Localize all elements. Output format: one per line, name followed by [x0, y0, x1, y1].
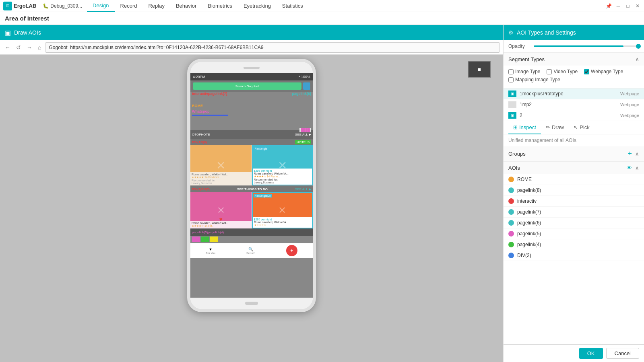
tab-inspect[interactable]: ⊞ Inspect — [508, 121, 541, 134]
pin-button[interactable]: 📌 — [605, 3, 612, 9]
checkbox-video-type[interactable]: Video Type — [547, 69, 578, 74]
x-mark-4: ✕ — [278, 205, 286, 216]
aoi-eye-interactiv — [508, 198, 514, 204]
nav-eyetracking[interactable]: Eyetracking — [238, 0, 277, 12]
aoi-item-pagelink8[interactable]: pagelink(8) — [504, 185, 644, 196]
hotel-info-4: $295 per night Rome cavalieri, Waldorf A… — [253, 217, 312, 228]
minimize-button[interactable]: ─ — [615, 3, 621, 9]
hotel-stars-3: ★★★★☆ 14 Re... — [192, 224, 250, 228]
draw-aois-bar: ▣ Draw AOIs — [0, 25, 503, 40]
checkbox-mapping-image[interactable]: Mapping Image Type — [508, 77, 560, 82]
bottom-links-bar: pagelink(5)pagelink(4) — [190, 228, 313, 236]
phone-home-bar — [245, 302, 258, 305]
aois-title: AOIs — [508, 165, 520, 171]
hotel-name-2: Rome cavalieri, Waldorf A... — [254, 172, 311, 175]
back-button[interactable]: ← — [3, 43, 12, 51]
checkbox-image-type[interactable]: Image Type — [508, 69, 540, 74]
main-nav: Design Record Replay Behavior Biometrics… — [87, 0, 309, 12]
groups-actions: + ∧ — [627, 150, 639, 158]
nav-design[interactable]: Design — [87, 0, 114, 12]
phone-bottom — [190, 298, 313, 309]
x-mark-1: ✕ — [216, 159, 225, 172]
close-button[interactable]: ✕ — [634, 3, 641, 9]
nav-behavior[interactable]: Behavior — [170, 0, 202, 12]
image-type-checkbox[interactable] — [508, 69, 514, 74]
nav-replay[interactable]: Replay — [142, 0, 170, 12]
aoi-item-pagelink6[interactable]: pagelink(6) — [504, 218, 644, 228]
info-text: Unified management of all AOIs. — [504, 134, 644, 146]
section-header-top: OTOPHOTE SEE ALL ▶ — [190, 130, 313, 139]
hotel-price-2: $295 per night — [254, 169, 311, 172]
aois-actions: 👁 ∧ — [627, 165, 639, 171]
cancel-button[interactable]: Cancel — [606, 348, 639, 359]
video-icon: ⏹ — [477, 67, 481, 72]
color-box-green — [201, 237, 209, 242]
footer-bar: OK Cancel — [504, 344, 644, 362]
refresh-button[interactable]: ↺ — [14, 43, 23, 51]
aoi-seeall-bar: ████ — [299, 128, 311, 132]
maximize-button[interactable]: □ — [625, 3, 631, 9]
collapse-aois-button[interactable]: ∧ — [635, 165, 639, 171]
collapse-groups-button[interactable]: ∧ — [635, 151, 639, 157]
aoi-name-div2: DIV(2) — [517, 253, 639, 258]
aoi-eye-rome — [508, 177, 514, 182]
nav-record[interactable]: Record — [115, 0, 143, 12]
tab-draw[interactable]: ✏ Draw — [541, 121, 569, 134]
add-group-button[interactable]: + — [627, 150, 632, 158]
aoi-name-interactiv: interactiv — [517, 198, 639, 204]
video-thumbnail[interactable]: ⏹ — [468, 61, 491, 78]
segment-types-content: Image Type Video Type Webpage Type Mappi… — [504, 66, 644, 88]
hotel-tags-1: Luxury,Business — [192, 182, 250, 185]
nav-biometrics[interactable]: Biometrics — [202, 0, 238, 12]
source-list: ▣ 1mockplusPrototype Webpage 1mp2 Webpag… — [504, 88, 644, 121]
groups-title: Groups — [508, 151, 526, 157]
draw-icon: ✏ — [546, 124, 550, 130]
nav-statistics[interactable]: Statistics — [277, 0, 309, 12]
x-mark-3: ✕ — [217, 205, 225, 216]
source-icon-1: ▣ — [508, 90, 516, 97]
aois-header: AOIs 👁 ∧ — [504, 162, 644, 174]
canvas-viewport[interactable]: ⏹ 4:20PM * 100% — [0, 55, 503, 362]
nav-foryou[interactable]: ♥ For You — [206, 247, 215, 255]
hotel-card-1: ✕ Rome cavalieri, Waldorf Ast... ★★★★★ 1… — [190, 145, 252, 185]
ok-button[interactable]: OK — [579, 348, 603, 359]
aoi-item-pagelink4[interactable]: pagelink(4) — [504, 239, 644, 250]
search-field: Search Gogobot — [193, 82, 301, 90]
url-input[interactable] — [45, 42, 500, 53]
hotel-name-1: Rome cavalieri, Waldorf Ast... — [192, 173, 250, 176]
source-icon-2 — [508, 101, 516, 108]
segment-types-header[interactable]: Segment Types ∧ — [504, 53, 644, 66]
aoi-item-interactiv[interactable]: interactiv — [504, 196, 644, 207]
video-type-checkbox[interactable] — [547, 69, 552, 74]
opacity-label: Opacity — [508, 43, 530, 49]
aoi-item-rome[interactable]: ROME — [504, 174, 644, 185]
opacity-slider[interactable] — [534, 45, 639, 47]
panel-title: AOI Types and Settings — [517, 29, 576, 36]
seeall-label-top: SEE ALL ▶ — [295, 133, 311, 136]
aoi-name-pagelink5: pagelink(5) — [517, 231, 639, 237]
aoi-item-pagelink7[interactable]: pagelink(7) — [504, 207, 644, 218]
opacity-thumb[interactable] — [636, 44, 641, 49]
home-button[interactable]: ⌂ — [36, 43, 43, 51]
source-item-1mockplus[interactable]: ▣ 1mockplusPrototype Webpage — [504, 88, 644, 99]
source-item-2[interactable]: ▣ 2 Webpage — [504, 110, 644, 121]
mapping-image-checkbox[interactable] — [508, 77, 514, 82]
aoi-label-rome: ROME — [192, 104, 203, 108]
nav-search[interactable]: 🔍 Search — [246, 247, 255, 255]
segment-types-toggle[interactable]: ∧ — [635, 56, 639, 62]
checkbox-row-1: Image Type Video Type Webpage Type — [508, 69, 639, 74]
checkbox-webpage-type[interactable]: Webpage Type — [584, 69, 623, 74]
source-item-1mp2[interactable]: 1mp2 Webpage — [504, 99, 644, 110]
aoi-item-div2[interactable]: DIV(2) — [504, 250, 644, 261]
opacity-section: Opacity — [504, 40, 644, 53]
hotel-price-4: $295 per night — [254, 218, 311, 221]
aoi-item-pagelink5[interactable]: pagelink(5) — [504, 228, 644, 239]
aoi-eye-pagelink5 — [508, 231, 514, 237]
tab-pick[interactable]: ↖ Pick — [569, 121, 594, 134]
hotel-stars-4: ★☆☆☆☆ — [254, 224, 311, 227]
webpage-type-checkbox[interactable] — [584, 69, 589, 74]
toggle-visibility-button[interactable]: 👁 — [627, 165, 632, 171]
nav-circle[interactable]: + — [286, 245, 297, 256]
forward-button[interactable]: → — [25, 43, 34, 51]
source-name-2: 1mp2 — [520, 102, 617, 107]
